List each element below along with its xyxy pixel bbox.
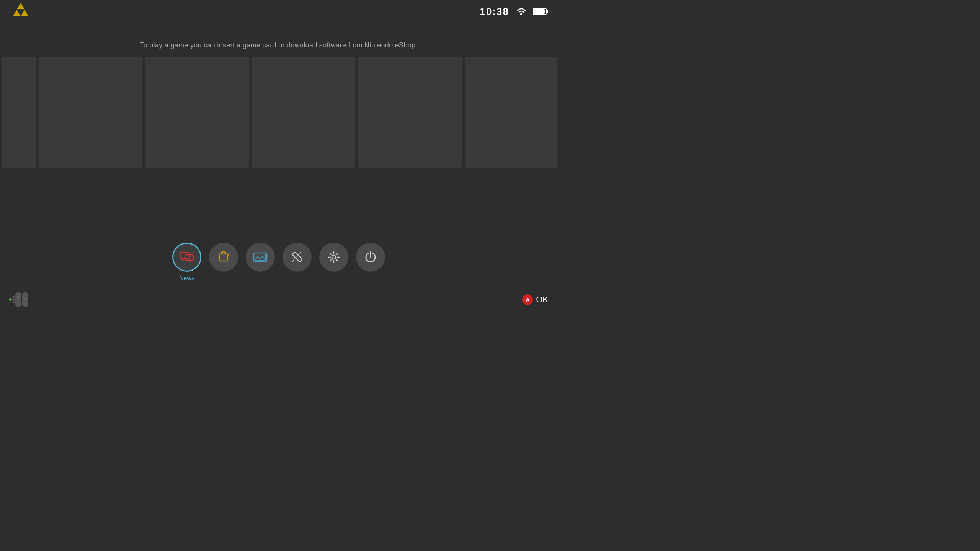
game-card[interactable] (358, 57, 462, 168)
wifi-icon (515, 7, 527, 16)
game-card[interactable] (145, 57, 249, 168)
nav-circle-shop[interactable] (209, 243, 238, 272)
svg-rect-32 (15, 292, 21, 307)
nav-circle-controllers[interactable] (283, 243, 312, 272)
nav-label-news: News (179, 275, 194, 282)
game-card[interactable] (39, 57, 142, 168)
separator (0, 286, 557, 286)
bottom-nav: News (0, 243, 557, 282)
svg-point-30 (12, 298, 15, 301)
svg-rect-7 (546, 10, 548, 13)
ok-button: A OK (522, 294, 548, 305)
nav-item-news[interactable]: News (172, 243, 201, 282)
svg-point-35 (24, 298, 26, 300)
joycon-display (9, 291, 32, 308)
svg-rect-8 (534, 9, 545, 14)
game-card[interactable] (252, 57, 355, 168)
svg-line-24 (336, 260, 338, 261)
svg-point-5 (520, 13, 522, 15)
nav-circle-settings[interactable] (319, 243, 348, 272)
status-bar: 10:38 (480, 6, 549, 18)
nav-circle-power[interactable] (356, 243, 385, 272)
battery-icon (533, 7, 548, 16)
svg-line-17 (293, 252, 301, 259)
ok-label: OK (536, 295, 548, 305)
zelda-logo (9, 0, 32, 23)
nav-item-shop[interactable] (209, 243, 238, 272)
subtitle-text: To play a game you can insert a game car… (0, 41, 557, 49)
svg-point-18 (332, 255, 336, 259)
game-card[interactable] (465, 57, 557, 168)
svg-line-26 (330, 260, 332, 261)
nav-item-controllers[interactable] (283, 243, 312, 272)
a-button: A (522, 294, 533, 305)
svg-line-16 (292, 260, 294, 262)
nav-circle-news[interactable] (172, 243, 201, 272)
top-bar: 10:38 (0, 0, 557, 23)
footer: A OK (0, 291, 557, 308)
svg-point-29 (12, 296, 15, 298)
svg-line-23 (330, 253, 332, 255)
svg-line-25 (336, 253, 338, 255)
svg-marker-0 (17, 3, 24, 9)
svg-point-31 (12, 301, 15, 303)
game-grid (0, 57, 557, 168)
svg-point-34 (17, 296, 20, 298)
svg-point-28 (9, 298, 11, 301)
svg-rect-14 (255, 254, 266, 260)
nav-circle-album[interactable] (246, 243, 275, 272)
nav-item-album[interactable] (246, 243, 275, 272)
time-display: 10:38 (480, 6, 510, 18)
game-card[interactable] (2, 57, 36, 168)
nav-item-settings[interactable] (319, 243, 348, 272)
nav-item-power[interactable] (356, 243, 385, 272)
